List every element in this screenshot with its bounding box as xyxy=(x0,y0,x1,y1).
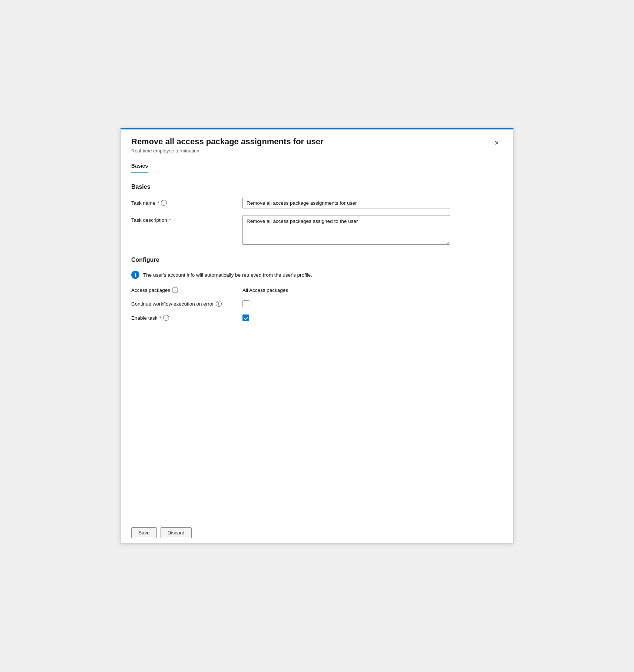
continue-on-error-label: Continue workflow execution on error i xyxy=(131,301,242,307)
access-packages-label: Access packages i xyxy=(131,287,242,293)
enable-task-checkbox-wrapper xyxy=(242,314,249,321)
task-name-input[interactable] xyxy=(242,198,450,208)
configure-section-title: Configure xyxy=(131,257,503,263)
task-description-control xyxy=(242,215,503,246)
info-banner-text: The user's account info will automatical… xyxy=(143,272,312,278)
task-name-control xyxy=(242,198,503,208)
dialog-footer: Save Discard xyxy=(121,522,513,543)
info-banner: i The user's account info will automatic… xyxy=(131,271,503,279)
enable-task-required: * xyxy=(159,315,161,321)
task-name-info-icon: i xyxy=(161,200,167,206)
enable-task-label: Enable task * i xyxy=(131,315,242,321)
task-name-row: Task name * i xyxy=(131,198,503,208)
task-description-input[interactable] xyxy=(242,215,450,245)
continue-on-error-info-icon: i xyxy=(216,301,222,307)
basics-section: Basics Task name * i Task description * xyxy=(131,184,503,246)
continue-on-error-row: Continue workflow execution on error i xyxy=(131,300,503,307)
tabs-bar: Basics xyxy=(121,159,513,173)
tab-basics[interactable]: Basics xyxy=(131,159,148,173)
close-button[interactable]: × xyxy=(491,137,503,149)
access-packages-info-icon: i xyxy=(172,287,178,293)
task-description-row: Task description * xyxy=(131,215,503,246)
enable-task-info-icon: i xyxy=(163,315,169,321)
title-group: Remove all access package assignments fo… xyxy=(131,137,323,154)
task-name-required: * xyxy=(157,200,159,206)
basics-section-title: Basics xyxy=(131,184,503,190)
access-packages-row: Access packages i All Access packages xyxy=(131,287,503,293)
access-packages-value: All Access packages xyxy=(242,287,288,293)
continue-on-error-checkbox-wrapper xyxy=(242,300,249,307)
dialog-subtitle: Real-time employee termination xyxy=(131,148,323,154)
info-banner-icon: i xyxy=(131,271,139,279)
save-button[interactable]: Save xyxy=(131,527,157,538)
dialog-title: Remove all access package assignments fo… xyxy=(131,137,323,146)
continue-on-error-checkbox[interactable] xyxy=(242,300,249,307)
task-description-label: Task description * xyxy=(131,215,242,223)
dialog-body: Basics Task name * i Task description * xyxy=(121,173,513,522)
task-description-required: * xyxy=(169,217,171,223)
discard-button[interactable]: Discard xyxy=(161,527,192,538)
configure-section: Configure i The user's account info will… xyxy=(131,257,503,321)
dialog-panel: Remove all access package assignments fo… xyxy=(120,128,514,544)
task-name-label: Task name * i xyxy=(131,198,242,206)
enable-task-row: Enable task * i xyxy=(131,314,503,321)
dialog-header: Remove all access package assignments fo… xyxy=(121,129,513,159)
enable-task-checkbox[interactable] xyxy=(242,314,249,321)
